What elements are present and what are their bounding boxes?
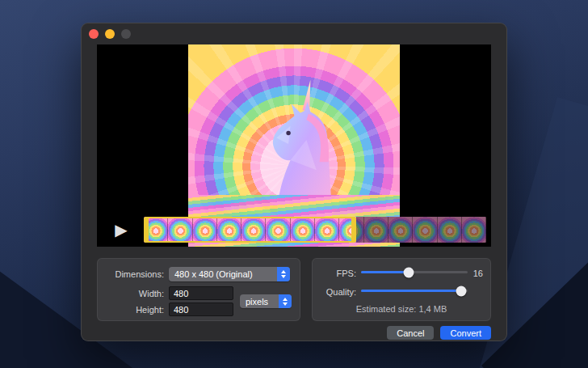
quality-label: Quality:	[293, 287, 356, 297]
action-buttons: Cancel Convert	[387, 326, 491, 340]
dropdown-stepper-icon	[277, 267, 290, 281]
window-titlebar[interactable]	[81, 23, 507, 44]
unit-dropdown[interactable]: pixels	[240, 294, 292, 308]
dimensions-panel: Dimensions: 480 x 480 (Original) Width: …	[97, 258, 300, 321]
trim-selection[interactable]	[144, 217, 356, 243]
quality-slider[interactable]	[361, 285, 468, 296]
quality-slider-knob[interactable]	[456, 286, 467, 296]
fps-label: FPS:	[293, 269, 356, 278]
dimensions-label: Dimensions:	[101, 269, 164, 279]
fps-slider-track	[361, 271, 468, 273]
fps-slider-knob[interactable]	[404, 267, 414, 277]
quality-slider-fill	[361, 290, 461, 292]
height-input[interactable]	[169, 302, 233, 316]
close-button[interactable]	[89, 29, 99, 39]
fps-slider-fill	[361, 271, 409, 273]
play-icon: ▶	[115, 220, 127, 239]
estimated-size-text: Estimated size: 1,4 MB	[313, 304, 490, 314]
trim-handle-left[interactable]	[144, 217, 149, 243]
dimensions-dropdown-value: 480 x 480 (Original)	[174, 269, 253, 279]
cancel-button[interactable]: Cancel	[387, 326, 434, 340]
timeline-filmstrip[interactable]	[144, 217, 486, 243]
zoom-button[interactable]	[121, 29, 131, 39]
width-label: Width:	[101, 289, 164, 298]
unit-dropdown-value: pixels	[246, 297, 268, 307]
play-button[interactable]: ▶	[108, 218, 134, 242]
desktop-wallpaper: ▶ Dimensions: 480 x 480 (Original) Width…	[0, 0, 588, 368]
fps-slider[interactable]	[361, 266, 468, 277]
video-preview: ▶	[97, 44, 491, 247]
trim-handle-right[interactable]	[351, 217, 356, 243]
filmstrip-dimmed-region	[356, 217, 486, 243]
width-input[interactable]	[169, 286, 233, 300]
height-label: Height:	[101, 305, 164, 315]
dropdown-stepper-icon	[279, 294, 292, 308]
gif-converter-window: ▶ Dimensions: 480 x 480 (Original) Width…	[81, 23, 507, 341]
dimensions-dropdown[interactable]: 480 x 480 (Original)	[169, 267, 290, 281]
minimize-button[interactable]	[105, 29, 115, 39]
fps-value: 16	[473, 269, 483, 278]
encoding-panel: FPS: 16 Quality: Estimated size: 1,4 MB	[312, 258, 491, 321]
convert-button[interactable]: Convert	[440, 326, 491, 340]
quality-slider-track	[361, 290, 468, 292]
